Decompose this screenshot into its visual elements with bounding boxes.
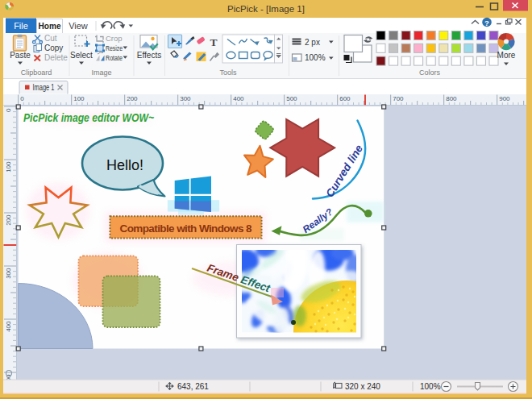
svg-text:Compatible with Windows 8: Compatible with Windows 8 — [120, 222, 252, 235]
svg-text:100%: 100% — [420, 382, 441, 391]
svg-text:View: View — [69, 21, 88, 31]
svg-text:100: 100 — [5, 161, 12, 172]
svg-text:Image: Image — [91, 69, 111, 77]
svg-text:T: T — [210, 36, 218, 48]
svg-text:700: 700 — [393, 95, 404, 102]
svg-text:Paste: Paste — [10, 51, 31, 60]
svg-text:0: 0 — [5, 108, 12, 112]
svg-text:Rotate: Rotate — [106, 53, 123, 62]
svg-text:Tools: Tools — [219, 69, 237, 77]
svg-text:More: More — [497, 51, 516, 60]
svg-text:Home: Home — [39, 21, 61, 31]
svg-text:Select: Select — [70, 51, 93, 60]
svg-text:Colors: Colors — [419, 69, 441, 77]
svg-text:?: ? — [484, 19, 489, 27]
svg-text:Image 1: Image 1 — [33, 83, 55, 92]
svg-text:Copy: Copy — [44, 44, 63, 52]
svg-text:600: 600 — [339, 95, 351, 102]
svg-text:100: 100 — [73, 95, 85, 102]
svg-text:Resize: Resize — [106, 44, 123, 52]
svg-text:Hello!: Hello! — [106, 157, 143, 173]
svg-text:400: 400 — [5, 321, 12, 332]
svg-text:320 x 240: 320 x 240 — [345, 382, 380, 391]
svg-text:300: 300 — [180, 95, 191, 102]
svg-text:2 px: 2 px — [305, 38, 320, 47]
svg-text:PicPick image editor WOW~: PicPick image editor WOW~ — [23, 111, 154, 124]
svg-text:0: 0 — [20, 95, 24, 102]
svg-text:643, 261: 643, 261 — [177, 382, 209, 391]
svg-text:100%: 100% — [305, 53, 326, 62]
svg-text:800: 800 — [446, 95, 457, 102]
svg-text:300: 300 — [5, 268, 12, 279]
svg-text:PicPick - [Image 1]: PicPick - [Image 1] — [227, 4, 305, 14]
svg-text:Crop: Crop — [106, 34, 123, 43]
svg-text:Delete: Delete — [44, 53, 68, 62]
svg-text:900: 900 — [499, 95, 510, 102]
svg-text:Clipboard: Clipboard — [21, 69, 52, 77]
svg-text:Effects: Effects — [137, 51, 161, 60]
svg-text:400: 400 — [233, 95, 244, 102]
svg-text:File: File — [14, 21, 28, 31]
svg-text:Cut: Cut — [44, 34, 57, 43]
svg-text:200: 200 — [5, 214, 12, 226]
svg-text:500: 500 — [286, 95, 297, 102]
svg-text:200: 200 — [127, 95, 138, 102]
